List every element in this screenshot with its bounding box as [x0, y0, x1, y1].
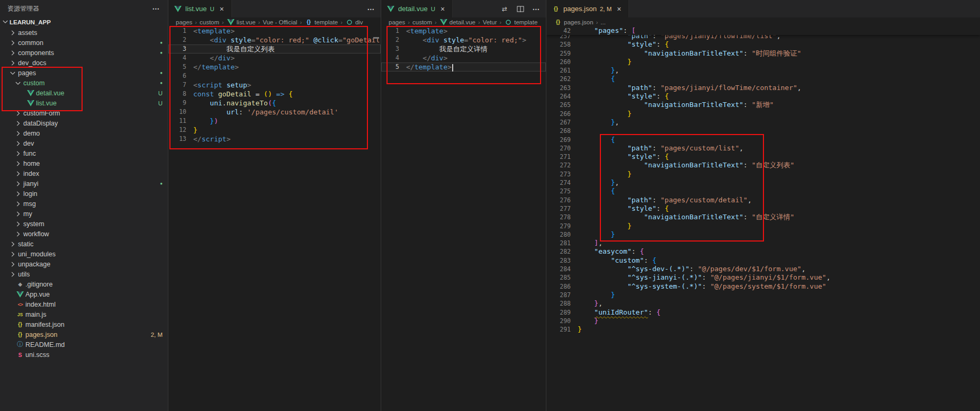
tab-detail.vue[interactable]: detail.vueU×	[381, 0, 453, 17]
code-line-282[interactable]: 282 "easycom": {	[546, 247, 980, 256]
code-line-290[interactable]: 290 }	[546, 317, 980, 325]
code-line-261[interactable]: 261 },	[546, 66, 980, 75]
code-line-270[interactable]: 270 "path": "pages/custom/list",	[546, 144, 980, 153]
tree-item-README.md[interactable]: ⓘREADME.md	[0, 339, 168, 350]
tree-item-custom[interactable]: custom●	[0, 78, 168, 88]
code-line-3[interactable]: 3 我是自定义详情	[381, 44, 546, 53]
code-line-278[interactable]: 278 "navigationBarTitleText": "自定义详情"	[546, 213, 980, 221]
tab-list.vue[interactable]: list.vueU×	[168, 0, 232, 17]
breadcrumb-pages.json[interactable]: {}pages.json	[554, 18, 594, 26]
code-line-2[interactable]: 2 <div style="color: red;" @click="goDet…	[168, 35, 381, 44]
tree-item-manifest.json[interactable]: {}manifest.json	[0, 319, 168, 329]
breadcrumb-detail.vue[interactable]: detail.vue	[439, 18, 475, 26]
tree-item-my[interactable]: my	[0, 209, 168, 219]
code-line-4[interactable]: 4 </div>	[381, 53, 546, 62]
tree-item-main.js[interactable]: JSmain.js	[0, 309, 168, 319]
code-line-289[interactable]: 289 "uniIdRouter": {	[546, 308, 980, 317]
tree-item-workflow[interactable]: workflow	[0, 229, 168, 239]
code-line-4[interactable]: 4 </div>	[168, 53, 381, 62]
code-line-268[interactable]: 268	[546, 127, 980, 135]
close-icon[interactable]: ×	[615, 5, 623, 13]
code-line-274[interactable]: 274 },	[546, 178, 980, 187]
code-line-10[interactable]: 10 url: '/pages/custom/detail'	[168, 108, 381, 117]
tree-item-detail.vue[interactable]: detail.vueU	[0, 88, 168, 98]
tree-item-assets[interactable]: assets	[0, 28, 168, 38]
tree-item-index.html[interactable]: <>index.html	[0, 299, 168, 309]
breadcrumb-Vue - Official[interactable]: Vue - Official	[263, 19, 297, 25]
code-line-12[interactable]: 12}	[168, 126, 381, 135]
breadcrumb-custom[interactable]: custom	[200, 19, 219, 25]
compare-icon[interactable]: ⇄	[500, 5, 509, 13]
code-line-1[interactable]: 1<template>	[168, 26, 381, 35]
tree-item-list.vue[interactable]: list.vueU	[0, 98, 168, 108]
code-line-275[interactable]: 275 {	[546, 187, 980, 195]
close-icon[interactable]: ×	[438, 5, 447, 13]
tree-item-utils[interactable]: utils	[0, 269, 168, 279]
tree-item-unpackage[interactable]: unpackage	[0, 259, 168, 269]
code-line-5[interactable]: 5</template>	[168, 62, 381, 72]
breadcrumb-div[interactable]: div	[345, 18, 363, 26]
code-line-9[interactable]: 9 uni.navigateTo({	[168, 99, 381, 108]
code-line-291[interactable]: 291}	[546, 325, 980, 334]
more-icon[interactable]: ⋯	[532, 5, 541, 13]
code-line-7[interactable]: 7<script setup>	[168, 81, 381, 90]
code-line-284[interactable]: 284 "^sys-dev-(.*)": "@/pages/dev/$1/for…	[546, 265, 980, 273]
code-line-269[interactable]: 269 {	[546, 136, 980, 144]
tree-item-pages[interactable]: pages●	[0, 68, 168, 78]
tree-item-.gitignore[interactable]: ◆.gitignore	[0, 279, 168, 289]
code-line-5[interactable]: 5</template>	[381, 62, 546, 72]
layout-icon[interactable]	[516, 5, 525, 13]
breadcrumb-pages[interactable]: pages	[389, 19, 405, 25]
code-line-287[interactable]: 287 }	[546, 291, 980, 299]
code-line-260[interactable]: 260 }	[546, 58, 980, 66]
code-line-259[interactable]: 259 "navigationBarTitleText": "时间组件验证"	[546, 49, 980, 58]
tree-item-login[interactable]: login	[0, 189, 168, 199]
code-line-2[interactable]: 2 <div style="color: red;">	[381, 35, 546, 44]
tree-item-dataDisplay[interactable]: dataDisplay	[0, 118, 168, 128]
breadcrumb-Vetur[interactable]: Vetur	[483, 19, 497, 25]
tree-item-uni.scss[interactable]: Suni.scss	[0, 350, 168, 360]
code-line-266[interactable]: 266 }	[546, 110, 980, 118]
code-line-276[interactable]: 276 "path": "pages/custom/detail",	[546, 196, 980, 204]
code-line-6[interactable]: 6	[168, 72, 381, 81]
code-line-272[interactable]: 272 "navigationBarTitleText": "自定义列表"	[546, 161, 980, 169]
code-line-285[interactable]: 285 "^sys-jianyi-(.*)": "@/pages/jianyi/…	[546, 273, 980, 282]
tree-item-static[interactable]: static	[0, 239, 168, 249]
code-line-258[interactable]: 258 "style": {	[546, 40, 980, 49]
tree-item-uni_modules[interactable]: uni_modules	[0, 249, 168, 259]
tab-pages.json[interactable]: {}pages.json2, M×	[546, 0, 629, 17]
breadcrumb-...[interactable]: ...	[600, 19, 606, 25]
code-line-8[interactable]: 8const goDetail = () => {	[168, 90, 381, 99]
tree-item-dev_docs[interactable]: dev_docs	[0, 58, 168, 68]
code-line-273[interactable]: 273 }	[546, 170, 980, 178]
tree-item-pages.json[interactable]: {}pages.json2, M	[0, 329, 168, 339]
sticky-scroll-line[interactable]: 42 "pages": [	[546, 26, 980, 35]
code-line-11[interactable]: 11 })	[168, 117, 381, 126]
code-line-283[interactable]: 283 "custom": {	[546, 256, 980, 265]
code-line-13[interactable]: 13</script>	[168, 135, 381, 144]
breadcrumb-template[interactable]: {}template	[304, 18, 338, 26]
tree-item-system[interactable]: system	[0, 219, 168, 229]
breadcrumb-list.vue[interactable]: list.vue	[227, 18, 256, 26]
code-line-271[interactable]: 271 "style": {	[546, 153, 980, 161]
workspace-root[interactable]: LEARUN_APP	[0, 17, 168, 28]
code-line-267[interactable]: 267 },	[546, 118, 980, 127]
code-line-265[interactable]: 265 "navigationBarTitleText": "新增"	[546, 101, 980, 109]
more-icon[interactable]: ⋯	[152, 4, 160, 13]
breadcrumb-custom[interactable]: custom	[412, 19, 432, 25]
tree-item-App.vue[interactable]: App.vue	[0, 289, 168, 299]
code-line-262[interactable]: 262 {	[546, 75, 980, 83]
tree-item-msg[interactable]: msg	[0, 199, 168, 209]
breadcrumb-template[interactable]: template	[504, 18, 537, 26]
code-line-280[interactable]: 280 }	[546, 230, 980, 239]
tree-item-components[interactable]: components●	[0, 48, 168, 58]
tree-item-index[interactable]: index	[0, 168, 168, 178]
tree-item-customForm[interactable]: customForm	[0, 108, 168, 118]
tree-item-dev[interactable]: dev	[0, 138, 168, 148]
code-line-263[interactable]: 263 "path": "pages/jianyi/flowTime/conta…	[546, 84, 980, 92]
code-line-286[interactable]: 286 "^sys-system-(.*)": "@/pages/system/…	[546, 282, 980, 291]
close-icon[interactable]: ×	[218, 5, 226, 13]
code-line-3[interactable]: 3 我是自定义列表	[168, 44, 381, 53]
scrollbar-marker[interactable]	[373, 37, 379, 39]
code-line-288[interactable]: 288 },	[546, 299, 980, 308]
